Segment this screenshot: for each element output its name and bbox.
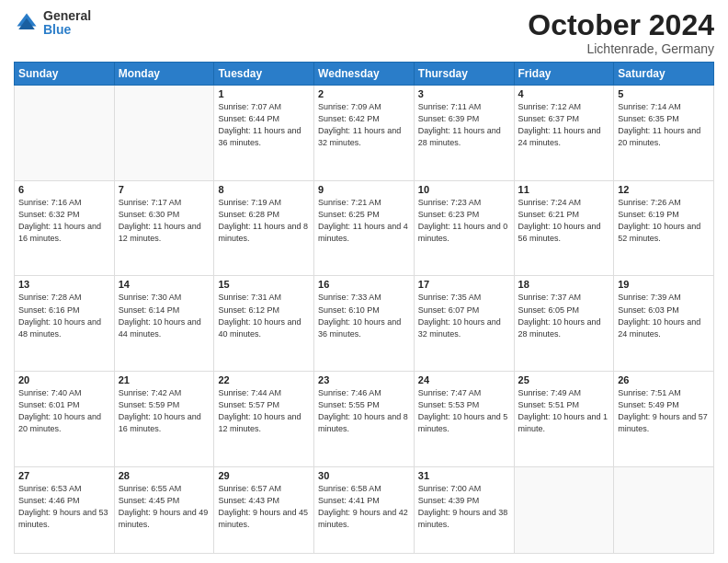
day-number: 30 xyxy=(318,470,410,481)
day-detail: Sunrise: 6:57 AM Sunset: 4:43 PM Dayligh… xyxy=(218,483,310,531)
day-number: 10 xyxy=(418,184,510,195)
day-detail: Sunrise: 7:26 AM Sunset: 6:19 PM Dayligh… xyxy=(618,197,710,245)
table-row: 10Sunrise: 7:23 AM Sunset: 6:23 PM Dayli… xyxy=(414,180,514,276)
day-number: 23 xyxy=(318,374,410,385)
page: General Blue October 2024 Lichtenrade, G… xyxy=(0,0,728,563)
table-row: 26Sunrise: 7:51 AM Sunset: 5:49 PM Dayli… xyxy=(614,372,714,467)
logo: General Blue xyxy=(14,9,91,38)
table-row: 5Sunrise: 7:14 AM Sunset: 6:35 PM Daylig… xyxy=(614,86,714,181)
table-row: 19Sunrise: 7:39 AM Sunset: 6:03 PM Dayli… xyxy=(614,276,714,372)
table-row: 30Sunrise: 6:58 AM Sunset: 4:41 PM Dayli… xyxy=(314,466,415,553)
day-number: 21 xyxy=(119,374,210,385)
table-row: 31Sunrise: 7:00 AM Sunset: 4:39 PM Dayli… xyxy=(414,466,514,553)
day-detail: Sunrise: 7:33 AM Sunset: 6:10 PM Dayligh… xyxy=(318,292,410,339)
logo-blue-text: Blue xyxy=(43,23,91,37)
day-number: 18 xyxy=(518,279,610,290)
day-detail: Sunrise: 7:49 AM Sunset: 5:51 PM Dayligh… xyxy=(518,387,610,435)
day-detail: Sunrise: 7:17 AM Sunset: 6:30 PM Dayligh… xyxy=(119,197,210,245)
day-number: 28 xyxy=(119,470,210,481)
day-number: 3 xyxy=(418,88,510,99)
day-number: 13 xyxy=(18,279,110,290)
day-detail: Sunrise: 7:40 AM Sunset: 6:01 PM Dayligh… xyxy=(18,387,110,435)
day-detail: Sunrise: 7:47 AM Sunset: 5:53 PM Dayligh… xyxy=(418,387,510,435)
table-row: 17Sunrise: 7:35 AM Sunset: 6:07 PM Dayli… xyxy=(414,276,514,372)
day-detail: Sunrise: 7:11 AM Sunset: 6:39 PM Dayligh… xyxy=(418,101,510,149)
day-detail: Sunrise: 6:55 AM Sunset: 4:45 PM Dayligh… xyxy=(119,483,210,531)
day-detail: Sunrise: 7:09 AM Sunset: 6:42 PM Dayligh… xyxy=(318,101,410,149)
day-number: 11 xyxy=(518,184,610,195)
calendar-location: Lichtenrade, Germany xyxy=(528,41,714,56)
table-row: 15Sunrise: 7:31 AM Sunset: 6:12 PM Dayli… xyxy=(214,276,314,372)
table-row: 18Sunrise: 7:37 AM Sunset: 6:05 PM Dayli… xyxy=(514,276,614,372)
day-detail: Sunrise: 6:58 AM Sunset: 4:41 PM Dayligh… xyxy=(318,483,410,531)
day-number: 17 xyxy=(418,279,510,290)
table-row xyxy=(614,466,714,553)
header-friday: Friday xyxy=(514,63,614,86)
day-number: 14 xyxy=(119,279,210,290)
table-row: 24Sunrise: 7:47 AM Sunset: 5:53 PM Dayli… xyxy=(414,372,514,467)
day-detail: Sunrise: 7:30 AM Sunset: 6:14 PM Dayligh… xyxy=(119,292,210,339)
table-row: 22Sunrise: 7:44 AM Sunset: 5:57 PM Dayli… xyxy=(214,372,314,467)
calendar-week-row: 1Sunrise: 7:07 AM Sunset: 6:44 PM Daylig… xyxy=(15,86,714,181)
day-number: 5 xyxy=(618,88,710,99)
day-number: 2 xyxy=(318,88,410,99)
table-row: 4Sunrise: 7:12 AM Sunset: 6:37 PM Daylig… xyxy=(514,86,614,181)
header-tuesday: Tuesday xyxy=(214,63,314,86)
day-number: 4 xyxy=(518,88,610,99)
day-detail: Sunrise: 7:42 AM Sunset: 5:59 PM Dayligh… xyxy=(119,387,210,435)
calendar-title: October 2024 xyxy=(528,9,714,41)
day-number: 26 xyxy=(618,374,710,385)
table-row: 3Sunrise: 7:11 AM Sunset: 6:39 PM Daylig… xyxy=(414,86,514,181)
logo-general-text: General xyxy=(43,9,91,23)
day-detail: Sunrise: 7:23 AM Sunset: 6:23 PM Dayligh… xyxy=(418,197,510,245)
header: General Blue October 2024 Lichtenrade, G… xyxy=(14,9,714,56)
day-detail: Sunrise: 7:46 AM Sunset: 5:55 PM Dayligh… xyxy=(318,387,410,435)
day-number: 16 xyxy=(318,279,410,290)
table-row: 12Sunrise: 7:26 AM Sunset: 6:19 PM Dayli… xyxy=(614,180,714,276)
table-row: 21Sunrise: 7:42 AM Sunset: 5:59 PM Dayli… xyxy=(114,372,214,467)
table-row xyxy=(514,466,614,553)
day-number: 1 xyxy=(218,88,310,99)
table-row xyxy=(15,86,115,181)
day-detail: Sunrise: 7:19 AM Sunset: 6:28 PM Dayligh… xyxy=(218,197,310,245)
table-row: 11Sunrise: 7:24 AM Sunset: 6:21 PM Dayli… xyxy=(514,180,614,276)
table-row: 28Sunrise: 6:55 AM Sunset: 4:45 PM Dayli… xyxy=(114,466,214,553)
day-number: 6 xyxy=(18,184,110,195)
day-number: 22 xyxy=(218,374,310,385)
day-detail: Sunrise: 7:00 AM Sunset: 4:39 PM Dayligh… xyxy=(418,483,510,531)
table-row: 2Sunrise: 7:09 AM Sunset: 6:42 PM Daylig… xyxy=(314,86,415,181)
day-detail: Sunrise: 7:31 AM Sunset: 6:12 PM Dayligh… xyxy=(218,292,310,339)
day-number: 7 xyxy=(119,184,210,195)
day-number: 12 xyxy=(618,184,710,195)
header-monday: Monday xyxy=(114,63,214,86)
title-block: October 2024 Lichtenrade, Germany xyxy=(528,9,714,56)
day-number: 9 xyxy=(318,184,410,195)
table-row: 9Sunrise: 7:21 AM Sunset: 6:25 PM Daylig… xyxy=(314,180,415,276)
header-wednesday: Wednesday xyxy=(314,63,415,86)
calendar-week-row: 20Sunrise: 7:40 AM Sunset: 6:01 PM Dayli… xyxy=(15,372,714,467)
table-row: 7Sunrise: 7:17 AM Sunset: 6:30 PM Daylig… xyxy=(114,180,214,276)
table-row: 13Sunrise: 7:28 AM Sunset: 6:16 PM Dayli… xyxy=(15,276,115,372)
calendar-week-row: 27Sunrise: 6:53 AM Sunset: 4:46 PM Dayli… xyxy=(15,466,714,553)
header-saturday: Saturday xyxy=(614,63,714,86)
table-row: 23Sunrise: 7:46 AM Sunset: 5:55 PM Dayli… xyxy=(314,372,415,467)
day-detail: Sunrise: 7:16 AM Sunset: 6:32 PM Dayligh… xyxy=(18,197,110,245)
day-detail: Sunrise: 7:44 AM Sunset: 5:57 PM Dayligh… xyxy=(218,387,310,435)
day-number: 27 xyxy=(18,470,110,481)
logo-text: General Blue xyxy=(43,9,91,38)
day-number: 31 xyxy=(418,470,510,481)
header-thursday: Thursday xyxy=(414,63,514,86)
table-row: 6Sunrise: 7:16 AM Sunset: 6:32 PM Daylig… xyxy=(15,180,115,276)
day-detail: Sunrise: 7:14 AM Sunset: 6:35 PM Dayligh… xyxy=(618,101,710,149)
day-number: 15 xyxy=(218,279,310,290)
day-detail: Sunrise: 7:12 AM Sunset: 6:37 PM Dayligh… xyxy=(518,101,610,149)
day-detail: Sunrise: 7:39 AM Sunset: 6:03 PM Dayligh… xyxy=(618,292,710,339)
day-detail: Sunrise: 7:37 AM Sunset: 6:05 PM Dayligh… xyxy=(518,292,610,339)
calendar-week-row: 13Sunrise: 7:28 AM Sunset: 6:16 PM Dayli… xyxy=(15,276,714,372)
day-number: 20 xyxy=(18,374,110,385)
day-detail: Sunrise: 7:24 AM Sunset: 6:21 PM Dayligh… xyxy=(518,197,610,245)
header-sunday: Sunday xyxy=(15,63,115,86)
table-row: 16Sunrise: 7:33 AM Sunset: 6:10 PM Dayli… xyxy=(314,276,415,372)
table-row: 14Sunrise: 7:30 AM Sunset: 6:14 PM Dayli… xyxy=(114,276,214,372)
day-detail: Sunrise: 7:51 AM Sunset: 5:49 PM Dayligh… xyxy=(618,387,710,435)
